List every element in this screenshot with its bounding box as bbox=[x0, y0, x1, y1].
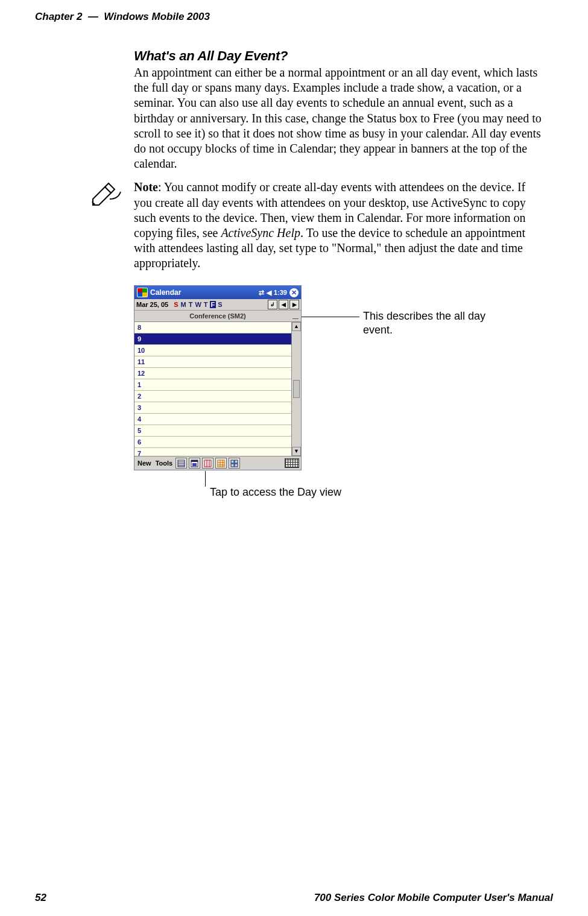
start-flag-icon[interactable] bbox=[137, 288, 148, 297]
svg-rect-7 bbox=[204, 460, 211, 467]
hour-row[interactable]: 6 bbox=[134, 437, 291, 448]
scroll-thumb[interactable] bbox=[293, 380, 300, 398]
note-icon bbox=[90, 181, 122, 206]
dow-sun[interactable]: S bbox=[173, 301, 179, 308]
sip-keyboard-icon[interactable] bbox=[285, 458, 299, 468]
manual-title: 700 Series Color Mobile Computer User's … bbox=[314, 892, 553, 904]
hour-row[interactable]: 12 bbox=[134, 368, 291, 379]
goto-today-icon[interactable]: ↲ bbox=[268, 300, 277, 309]
close-icon[interactable]: ✕ bbox=[289, 288, 299, 297]
prev-day-icon[interactable]: ◀ bbox=[279, 300, 288, 309]
svg-rect-15 bbox=[231, 460, 234, 463]
hour-row[interactable]: 5 bbox=[134, 425, 291, 437]
callout-line bbox=[205, 471, 206, 487]
svg-rect-16 bbox=[235, 460, 238, 463]
titlebar: Calendar ⇄ ◀︎ 1:39 ✕ bbox=[134, 286, 301, 299]
hour-row[interactable]: 1 bbox=[134, 379, 291, 391]
connectivity-icon[interactable]: ⇄ bbox=[259, 289, 264, 297]
note-label: Note bbox=[134, 180, 158, 194]
vertical-scrollbar[interactable]: ▲ ▼ bbox=[291, 322, 301, 456]
running-footer: 52 700 Series Color Mobile Computer User… bbox=[35, 892, 553, 904]
day-view-icon[interactable] bbox=[189, 458, 200, 469]
new-menu[interactable]: New bbox=[136, 460, 153, 467]
hour-row[interactable]: 8 bbox=[134, 322, 291, 333]
hour-grid: 8 9 10 11 12 1 2 3 4 5 6 7 8 bbox=[134, 322, 301, 456]
note-sep: : bbox=[158, 180, 164, 194]
svg-rect-6 bbox=[192, 463, 197, 466]
date-bar: Mar 25, 05 S M T W T F S ↲ ◀ ▶ bbox=[134, 299, 301, 311]
hour-row[interactable]: 7 bbox=[134, 448, 291, 456]
hour-row[interactable]: 11 bbox=[134, 356, 291, 368]
scroll-down-icon[interactable]: ▼ bbox=[292, 447, 301, 456]
hour-row[interactable]: 3 bbox=[134, 402, 291, 414]
agenda-view-icon[interactable] bbox=[175, 458, 187, 469]
header-separator: — bbox=[88, 11, 98, 22]
week-view-icon[interactable] bbox=[202, 458, 213, 469]
year-view-icon[interactable] bbox=[229, 458, 240, 469]
running-header: Chapter 2 — Windows Mobile 2003 bbox=[35, 11, 553, 23]
pda-screenshot: Calendar ⇄ ◀︎ 1:39 ✕ Mar 25, 05 S M T W … bbox=[134, 285, 302, 470]
svg-rect-18 bbox=[235, 464, 238, 467]
header-subject: Windows Mobile 2003 bbox=[104, 11, 210, 22]
callout-line bbox=[302, 317, 359, 317]
current-date[interactable]: Mar 25, 05 bbox=[136, 301, 168, 308]
clock-time[interactable]: 1:39 bbox=[274, 289, 287, 296]
page-number: 52 bbox=[35, 892, 46, 904]
allday-banner[interactable]: Conference (SM2) bbox=[134, 311, 301, 322]
chapter-label: Chapter 2 bbox=[35, 11, 82, 22]
svg-rect-10 bbox=[218, 460, 224, 467]
section-body: An appointment can either be a normal ap… bbox=[134, 65, 544, 171]
callout-banner: This describes the all day event. bbox=[363, 309, 496, 336]
section-heading: What's an All Day Event? bbox=[134, 48, 544, 64]
dow-thu[interactable]: T bbox=[203, 301, 209, 308]
svg-rect-17 bbox=[231, 464, 234, 467]
svg-rect-5 bbox=[191, 460, 198, 462]
figure-area: Calendar ⇄ ◀︎ 1:39 ✕ Mar 25, 05 S M T W … bbox=[134, 285, 544, 470]
dow-mon[interactable]: M bbox=[180, 301, 187, 308]
hour-row[interactable]: 9 bbox=[134, 333, 291, 345]
dow-wed[interactable]: W bbox=[194, 301, 201, 308]
dow-sat[interactable]: S bbox=[217, 301, 223, 308]
titlebar-app: Calendar bbox=[150, 288, 181, 297]
callout-dayview: Tap to access the Day view bbox=[210, 485, 341, 499]
dow-fri[interactable]: F bbox=[210, 301, 217, 308]
volume-icon[interactable]: ◀︎ bbox=[267, 289, 271, 297]
hour-row[interactable]: 2 bbox=[134, 391, 291, 402]
scroll-up-icon[interactable]: ▲ bbox=[292, 322, 301, 331]
next-day-icon[interactable]: ▶ bbox=[289, 300, 299, 309]
hour-row[interactable]: 4 bbox=[134, 414, 291, 425]
command-bar: New Tools bbox=[134, 456, 301, 470]
note-paragraph: Note: You cannot modify or create all-da… bbox=[134, 180, 544, 271]
month-view-icon[interactable] bbox=[215, 458, 227, 469]
dow-tue[interactable]: T bbox=[188, 301, 194, 308]
hour-row[interactable]: 10 bbox=[134, 345, 291, 356]
tools-menu[interactable]: Tools bbox=[154, 460, 174, 467]
note-body-em: ActiveSync Help bbox=[221, 226, 300, 239]
